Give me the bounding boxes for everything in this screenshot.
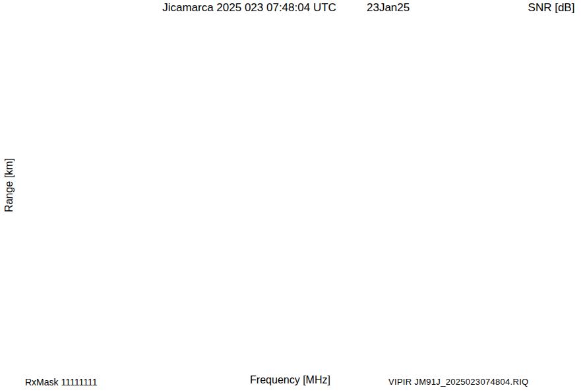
x-axis-title: Frequency [MHz] (237, 374, 343, 386)
colorbar-title: SNR [dB] (522, 1, 581, 14)
y-axis-title: Range [km] (3, 132, 15, 238)
colorbar-canvas (539, 25, 563, 351)
ionogram-page: Jicamarca 2025 023 07:48:04 UTC 23Jan25 … (0, 0, 583, 392)
ionogram-heatmap-canvas (45, 25, 523, 351)
file-name-label: VIPIR JM91J_2025023074804.RIQ (388, 377, 529, 387)
date-label: 23Jan25 (367, 1, 410, 14)
rx-mask-label: RxMask 11111111 (25, 377, 97, 387)
